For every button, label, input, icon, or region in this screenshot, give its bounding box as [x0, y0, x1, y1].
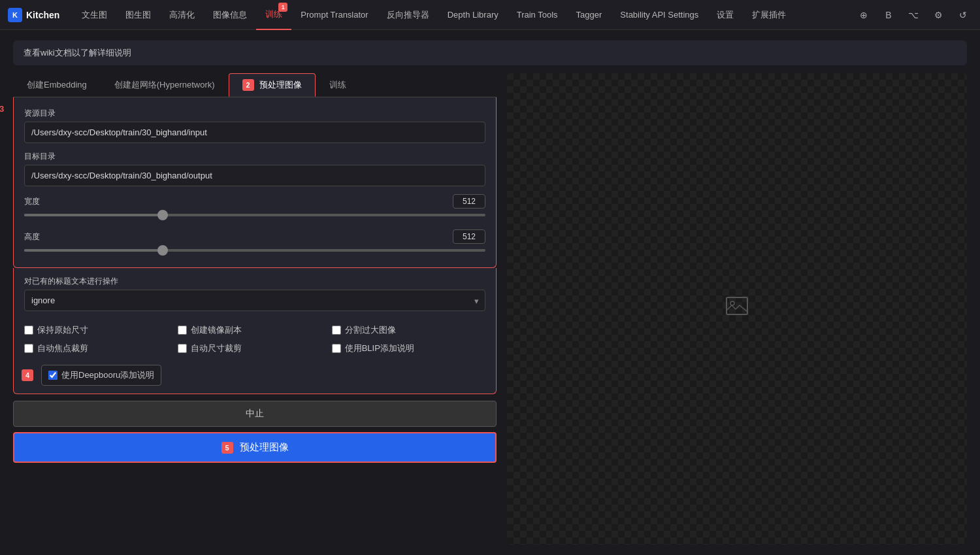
checkbox-keep-size[interactable]: 保持原始尺寸	[24, 324, 178, 336]
width-value[interactable]: 512	[453, 194, 485, 209]
target-dir-field: 目标目录	[24, 151, 485, 186]
height-field: 高度 512	[24, 229, 485, 257]
target-dir-input[interactable]	[24, 165, 485, 186]
height-slider[interactable]	[24, 244, 485, 257]
wiki-banner: 查看wiki文档以了解详细说明	[13, 41, 967, 65]
tab-preprocess-badge: 2	[242, 79, 254, 91]
source-dir-field: 资源目录	[24, 108, 485, 143]
nav-item-gaoquinghua[interactable]: 高清化	[160, 0, 204, 30]
deepbooru-checkbox[interactable]	[48, 371, 57, 380]
form-panel: 3 资源目录 目标目录 宽度 512	[13, 97, 497, 268]
checkbox-split[interactable]: 分割过大图像	[332, 324, 485, 336]
nav-item-tupiangxinxi[interactable]: 图像信息	[204, 0, 256, 30]
nav-item-prompt-translator[interactable]: Prompt Translator	[291, 0, 377, 30]
source-dir-label: 资源目录	[24, 108, 485, 119]
caption-dropdown-wrapper: ignore copy prepend append ▾	[24, 290, 485, 311]
nav-item-tushengtu[interactable]: 图生图	[116, 0, 160, 30]
preprocess-button[interactable]: 5 预处理图像	[13, 432, 497, 463]
caption-label: 对已有的标题文本进行操作	[24, 276, 485, 287]
svg-rect-0	[727, 297, 747, 314]
nav-item-xunlian[interactable]: 训练 1	[256, 0, 291, 30]
svg-point-1	[730, 301, 734, 305]
checkbox-mirror-label: 创建镜像副本	[191, 324, 242, 336]
checkbox-mirror[interactable]: 创建镜像副本	[178, 324, 331, 336]
width-field: 宽度 512	[24, 194, 485, 222]
checkered-background	[507, 73, 967, 545]
nav-item-settings[interactable]: 设置	[708, 0, 743, 30]
content-row: 创建Embedding 创建超网络(Hypernetwork) 2 预处理图像 …	[13, 73, 967, 545]
preprocess-label: 预处理图像	[240, 441, 289, 454]
stop-button[interactable]: 中止	[13, 401, 497, 427]
gear-icon[interactable]: ⚙	[929, 6, 947, 24]
caption-dropdown[interactable]: ignore copy prepend append	[24, 290, 485, 311]
left-panel: 创建Embedding 创建超网络(Hypernetwork) 2 预处理图像 …	[13, 73, 497, 545]
source-dir-input[interactable]	[24, 122, 485, 143]
deepbooru-label: 使用Deepbooru添加说明	[61, 369, 154, 381]
target-dir-label: 目标目录	[24, 151, 485, 162]
logo-icon: K	[8, 8, 22, 22]
user-icon[interactable]: ⊕	[855, 6, 873, 24]
nav-item-tagger[interactable]: Tagger	[567, 0, 612, 30]
nav-item-fanxiangtuidaogi[interactable]: 反向推导器	[378, 0, 438, 30]
checkbox-auto-size[interactable]: 自动尺寸裁剪	[178, 343, 331, 354]
checkbox-keep-size-label: 保持原始尺寸	[37, 324, 88, 336]
tabs-bar: 创建Embedding 创建超网络(Hypernetwork) 2 预处理图像 …	[13, 73, 497, 97]
app-name: Kitchen	[26, 10, 59, 20]
height-label: 高度	[24, 231, 40, 243]
deepbooru-badge: 4	[22, 369, 33, 381]
tab-preprocess-image[interactable]: 2 预处理图像	[229, 73, 316, 97]
nav-item-stability-api[interactable]: Stability API Settings	[611, 0, 708, 30]
nav-item-depth-library[interactable]: Depth Library	[438, 0, 508, 30]
caption-section: 对已有的标题文本进行操作 ignore copy prepend append …	[13, 268, 497, 319]
app-logo: K Kitchen	[8, 8, 59, 22]
image-preview-panel	[507, 73, 967, 545]
checkbox-auto-focal[interactable]: 自动焦点裁剪	[24, 343, 178, 354]
top-navigation: K Kitchen 文生图 图生图 高清化 图像信息 训练 1 Prompt T…	[0, 0, 980, 30]
nav-item-wenshengtu[interactable]: 文生图	[73, 0, 116, 30]
checkbox-split-label: 分割过大图像	[345, 324, 396, 336]
nav-active-badge: 1	[278, 3, 287, 12]
github-icon[interactable]: ⌥	[904, 6, 923, 24]
width-label: 宽度	[24, 196, 40, 207]
checkbox-auto-focal-label: 自动焦点裁剪	[37, 343, 88, 354]
preprocess-badge: 5	[221, 442, 233, 454]
height-value[interactable]: 512	[453, 229, 485, 244]
wiki-banner-text: 查看wiki文档以了解详细说明	[24, 48, 131, 58]
section-badge-3: 3	[0, 104, 4, 114]
image-placeholder-icon	[724, 294, 750, 325]
tab-create-embedding[interactable]: 创建Embedding	[13, 73, 101, 97]
buttons-section: 中止 5 预处理图像	[13, 401, 497, 463]
deepbooru-section: 4 使用Deepbooru添加说明	[13, 360, 497, 394]
checkbox-auto-size-label: 自动尺寸裁剪	[191, 343, 242, 354]
b-icon[interactable]: B	[879, 6, 898, 24]
width-slider[interactable]	[24, 209, 485, 222]
checkboxes-section: 保持原始尺寸 创建镜像副本 分割过大图像 自动焦点裁剪	[13, 319, 497, 360]
refresh-icon[interactable]: ↺	[954, 6, 972, 24]
tab-create-hypernetwork[interactable]: 创建超网络(Hypernetwork)	[101, 73, 229, 97]
nav-item-train-tools[interactable]: Train Tools	[508, 0, 567, 30]
deepbooru-checkbox-row[interactable]: 使用Deepbooru添加说明	[41, 365, 161, 386]
nav-right-icons: ⊕ B ⌥ ⚙ ↺	[855, 6, 972, 24]
tab-train[interactable]: 训练	[316, 73, 360, 97]
checkbox-blip[interactable]: 使用BLIP添加说明	[332, 343, 485, 354]
checkbox-grid: 保持原始尺寸 创建镜像副本 分割过大图像 自动焦点裁剪	[24, 324, 485, 354]
nav-item-extensions[interactable]: 扩展插件	[743, 0, 795, 30]
main-content: 查看wiki文档以了解详细说明 创建Embedding 创建超网络(Hypern…	[0, 30, 980, 555]
checkbox-blip-label: 使用BLIP添加说明	[345, 343, 414, 354]
